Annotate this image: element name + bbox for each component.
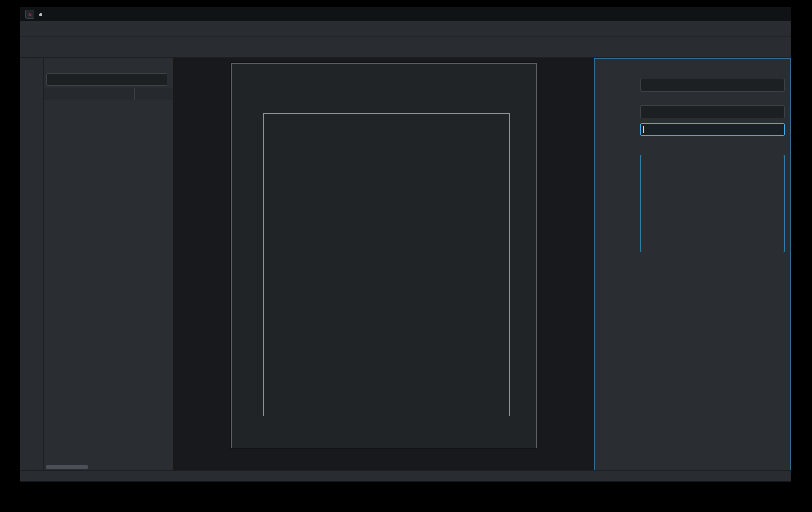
worksheet-view[interactable] <box>174 58 594 470</box>
comment-textarea[interactable] <box>640 155 785 252</box>
labplot-window: ≈ <box>20 7 791 482</box>
pin-icon <box>39 13 42 16</box>
column-header-name[interactable] <box>44 88 135 100</box>
project-properties-form <box>595 73 790 257</box>
scatter-points-canvas <box>264 114 511 417</box>
search-row <box>46 73 170 86</box>
worksheet-tools-toolbar <box>20 58 44 470</box>
properties-header[interactable] <box>595 59 790 73</box>
plot-area[interactable] <box>263 113 510 416</box>
project-tree <box>44 100 173 464</box>
menubar <box>20 21 791 37</box>
scrollbar-thumb[interactable] <box>46 465 88 469</box>
project-explorer-header[interactable] <box>44 58 173 72</box>
project-explorer-dock <box>44 58 174 470</box>
main-toolbar <box>20 37 791 58</box>
horizontal-scrollbar[interactable] <box>44 464 173 470</box>
statusbar <box>20 470 791 481</box>
properties-dock <box>594 58 791 470</box>
project-name-input[interactable] <box>640 105 785 118</box>
author-input[interactable] <box>640 123 785 136</box>
file-name-input[interactable] <box>640 79 785 92</box>
titlebar[interactable]: ≈ <box>20 7 791 21</box>
tree-column-headers <box>44 88 173 100</box>
labplot-app-icon: ≈ <box>25 10 34 19</box>
text-caret <box>643 126 644 133</box>
search-filter-input[interactable] <box>46 73 167 86</box>
worksheet-page[interactable] <box>231 63 537 448</box>
